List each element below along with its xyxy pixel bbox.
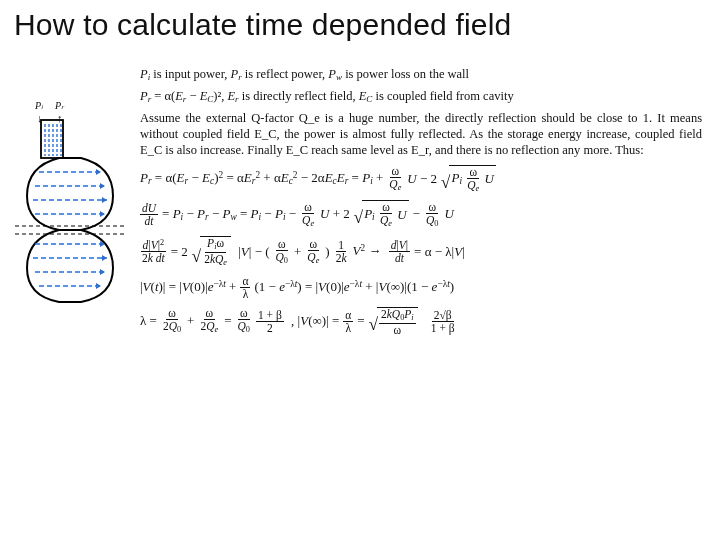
equation-3: d|V|22k dt = 2 Piω2kQe |V| − ( ωQ0 + ωQe… — [140, 236, 702, 268]
cavity-svg — [15, 106, 125, 316]
text-column: Pi is input power, Pr is reflect power, … — [140, 66, 702, 343]
arrow-down-icon: ↓ — [37, 112, 43, 124]
page-title: How to calculate time depended field — [0, 0, 720, 42]
intro-line-2: Pr = α(Er − EC)², Er is directly reflect… — [140, 88, 702, 106]
cavity-diagram: Pᵢ Pᵣ ↓ ↑ — [15, 106, 125, 316]
arrow-up-icon: ↑ — [57, 112, 63, 124]
equation-4: |V(t)| = |V(0)|e−λt + αλ (1 − e−λt) = |V… — [140, 275, 702, 300]
equation-2: dUdt = Pi − Pr − Pw = Pi − Pi − ωQe U + … — [140, 200, 702, 229]
diagram-column: Pᵢ Pᵣ ↓ ↑ — [0, 66, 140, 343]
intro-paragraph: Assume the external Q-factor Q_e is a hu… — [140, 110, 702, 158]
reflect-power-label: Pᵣ — [55, 100, 64, 111]
equation-1: Pr = α(Er − Ec)2 = αEr2 + αEc2 − 2αEcEr … — [140, 165, 702, 194]
content-area: Pᵢ Pᵣ ↓ ↑ — [0, 42, 720, 343]
intro-line-1: Pi is input power, Pr is reflect power, … — [140, 66, 702, 84]
equation-5: λ = ω2Q0 + ω2Qe = ωQ0 1 + β2 , |V(∞)| = … — [140, 307, 702, 336]
input-power-label: Pᵢ — [35, 100, 43, 111]
